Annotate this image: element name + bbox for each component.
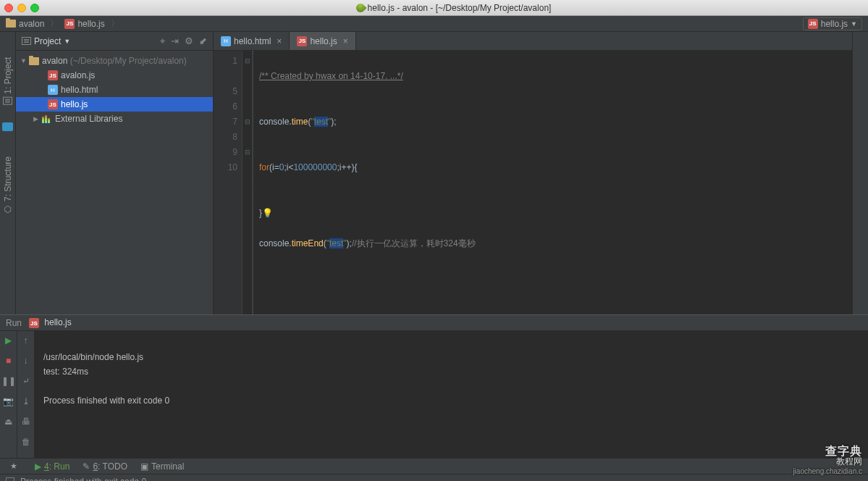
run-tab-label: Run — [6, 318, 22, 328]
js-icon: JS — [808, 19, 818, 29]
project-tree[interactable]: ▼avalon (~/Desktop/My Project/avalon) JS… — [16, 51, 213, 314]
gutter-line-numbers[interactable]: 15678910 — [214, 51, 243, 314]
tool-window-project[interactable]: 1: Project — [3, 57, 13, 105]
tree-file-selected[interactable]: JShello.js — [16, 97, 213, 112]
console-output[interactable]: /usr/local/bin/node hello.js test: 324ms… — [35, 331, 868, 458]
code-content[interactable]: /** Created by hwax on 14-10-17. ...*/ c… — [253, 51, 852, 314]
folder-icon — [29, 57, 39, 65]
html-icon: H — [48, 85, 58, 95]
js-icon: JS — [29, 318, 39, 328]
tab-terminal[interactable]: ▣Terminal — [140, 461, 184, 472]
js-icon: JS — [48, 70, 58, 80]
close-tab-button[interactable]: × — [277, 36, 282, 46]
breadcrumb-project[interactable]: avalon — [6, 19, 44, 29]
close-tab-button[interactable]: × — [343, 36, 348, 46]
left-tool-rail: 1: Project ⬡7: Structure — [0, 32, 16, 314]
run-tool-window: Run JS hello.js ▶ ■ ❚❚ 📷 ⏏ ↑ ↓ ⤶ ⤓ 🖶 🗑 /… — [0, 314, 868, 458]
window-title: hello.js - avalon - [~/Desktop/My Projec… — [43, 3, 864, 13]
tree-project-root[interactable]: ▼avalon (~/Desktop/My Project/avalon) — [16, 54, 213, 68]
exit-button[interactable]: ⏏ — [4, 417, 12, 427]
stop-button[interactable]: ■ — [6, 356, 11, 366]
pause-button[interactable]: ❚❚ — [1, 376, 16, 386]
library-icon — [42, 115, 52, 123]
project-tool-window: Project▼ ⌖ ⇥ ⚙ ⬋ ▼avalon (~/Desktop/My P… — [16, 32, 214, 314]
collapse-all-button[interactable]: ⇥ — [171, 35, 179, 47]
js-icon: JS — [48, 99, 58, 109]
tab-run[interactable]: ▶4: Run — [35, 461, 69, 472]
dump-threads-button[interactable]: 📷 — [3, 396, 14, 406]
up-button[interactable]: ↑ — [24, 335, 28, 346]
ws-icon[interactable] — [2, 122, 13, 131]
editor-area: Hhello.html× JShello.js× 15678910 ⊟⊟⊟ /*… — [214, 32, 852, 314]
chevron-down-icon: ▼ — [851, 20, 857, 28]
tree-file[interactable]: JSavalon.js — [16, 68, 213, 83]
folder-icon — [6, 20, 16, 28]
html-icon: H — [221, 36, 231, 46]
tool-window-favorites[interactable]: ★ — [10, 461, 17, 471]
tool-windows-toggle[interactable] — [6, 477, 14, 482]
tree-file[interactable]: Hhello.html — [16, 83, 213, 97]
scroll-to-end-button[interactable]: ⤓ — [22, 396, 30, 406]
run-config-tab[interactable]: JS hello.js — [29, 317, 72, 329]
close-window-button[interactable] — [4, 4, 13, 12]
minimize-window-button[interactable] — [17, 4, 26, 12]
project-view-selector[interactable]: Project▼ — [22, 36, 70, 46]
status-bar: Process finished with exit code 0 — [0, 474, 868, 481]
tree-external-libraries[interactable]: ▶External Libraries — [16, 112, 213, 126]
clear-button[interactable]: 🗑 — [22, 437, 30, 447]
hide-button[interactable]: ⬋ — [199, 35, 207, 47]
js-icon: JS — [297, 36, 307, 46]
right-tool-rail — [852, 32, 868, 314]
intention-bulb-icon[interactable]: 💡 — [262, 208, 273, 218]
watermark-overlay: 查字典 教程网 jiaocheng.chazidian.c — [793, 446, 862, 477]
run-config-dropdown[interactable]: JS hello.js ▼ — [803, 17, 862, 30]
js-icon: JS — [64, 19, 75, 29]
soft-wrap-button[interactable]: ⤶ — [22, 376, 30, 386]
breadcrumb-bar: avalon 〉 JShello.js 〉 JS hello.js ▼ — [0, 16, 868, 32]
app-icon — [354, 2, 366, 14]
editor-tab-active[interactable]: JShello.js× — [290, 32, 355, 50]
tab-todo[interactable]: ✎6: TODO — [83, 461, 127, 472]
tool-window-structure[interactable]: ⬡7: Structure — [3, 156, 13, 214]
down-button[interactable]: ↓ — [24, 356, 28, 366]
status-message: Process finished with exit code 0 — [20, 477, 146, 482]
fold-gutter[interactable]: ⊟⊟⊟ — [243, 51, 253, 314]
run-toolbar-right: ↑ ↓ ⤶ ⤓ 🖶 🗑 — [17, 331, 35, 458]
print-button[interactable]: 🖶 — [22, 417, 30, 427]
run-toolbar-left: ▶ ■ ❚❚ 📷 ⏏ — [0, 331, 17, 458]
maximize-window-button[interactable] — [30, 4, 39, 12]
rerun-button[interactable]: ▶ — [5, 335, 12, 346]
code-editor[interactable]: 15678910 ⊟⊟⊟ /** Created by hwax on 14-1… — [214, 51, 852, 314]
breadcrumb-file[interactable]: JShello.js — [64, 19, 104, 29]
window-titlebar: hello.js - avalon - [~/Desktop/My Projec… — [0, 0, 868, 16]
autoscroll-to-source-button[interactable]: ⌖ — [160, 35, 165, 47]
editor-tab[interactable]: Hhello.html× — [214, 32, 290, 50]
editor-tabs: Hhello.html× JShello.js× — [214, 32, 852, 51]
settings-button[interactable]: ⚙ — [185, 35, 193, 47]
bottom-tool-tabs: ★ ▶4: Run ✎6: TODO ▣Terminal — [0, 458, 868, 474]
